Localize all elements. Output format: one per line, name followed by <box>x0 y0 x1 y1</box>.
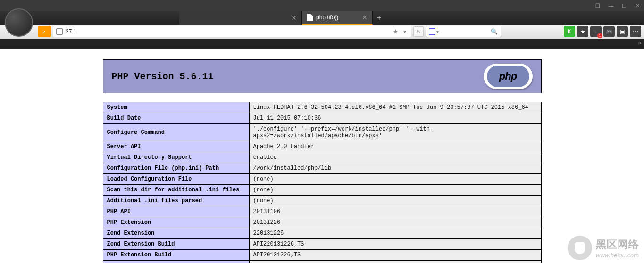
phpinfo-header: PHP Version 5.6.11 php <box>103 59 542 93</box>
phpinfo-row: Additional .ini files parsed(none) <box>103 196 541 206</box>
search-engine-icon <box>429 28 435 35</box>
globe-icon <box>56 28 63 35</box>
phpinfo-value: 20131226 <box>249 217 541 228</box>
phpinfo-value: (none) <box>249 174 541 185</box>
bookmark-star-icon[interactable]: ★ <box>392 28 399 35</box>
phpinfo-value: Jul 11 2015 07:10:36 <box>249 113 541 124</box>
phpinfo-key: Debug Build <box>103 261 249 263</box>
extension-k-button[interactable]: K <box>564 26 575 37</box>
phpinfo-row: PHP Extension20131226 <box>103 217 541 228</box>
phpinfo-row: Debug Buildno <box>103 261 541 263</box>
phpinfo-row: Virtual Directory Supportenabled <box>103 152 541 163</box>
phpinfo-key: Configure Command <box>103 124 249 141</box>
window-titlebar: ❐ — ☐ ✕ <box>0 0 644 11</box>
search-icon[interactable]: 🔍 <box>491 28 498 35</box>
phpinfo-row: SystemLinux REDHAT 2.6.32-504.23.4.el6.x… <box>103 102 541 113</box>
file-icon <box>307 14 313 21</box>
phpinfo-value: /work/installed/php/lib <box>249 163 541 174</box>
window-minimize-button[interactable]: — <box>606 2 616 9</box>
phpinfo-key: Zend Extension <box>103 228 249 239</box>
phpinfo-value: 20131106 <box>249 206 541 217</box>
phpinfo-row: Configure Command'./configure' '--prefix… <box>103 124 541 141</box>
tab-close-icon[interactable]: ✕ <box>362 14 368 21</box>
phpinfo-row: Loaded Configuration File(none) <box>103 174 541 185</box>
phpinfo-row: PHP Extension BuildAPI20131226,TS <box>103 250 541 261</box>
phpinfo-key: PHP Extension Build <box>103 250 249 261</box>
phpinfo-key: System <box>103 102 249 113</box>
phpinfo-row: Zend Extension220131226 <box>103 228 541 239</box>
phpinfo-row: Scan this dir for additional .ini files(… <box>103 185 541 196</box>
phpinfo-value: Linux REDHAT 2.6.32-504.23.4.el6.x86_64 … <box>249 102 541 113</box>
toolbar-right: K ★ ↓ 🎮 ▣ ⋯ <box>564 26 641 37</box>
browser-app-icon[interactable] <box>5 8 33 37</box>
phpinfo-key: PHP API <box>103 206 249 217</box>
phpinfo-row: Server APIApache 2.0 Handler <box>103 141 541 152</box>
phpinfo-value: Apache 2.0 Handler <box>249 141 541 152</box>
phpinfo-key: Configuration File (php.ini) Path <box>103 163 249 174</box>
phpinfo-value: (none) <box>249 196 541 206</box>
back-button[interactable]: ‹ <box>38 26 51 37</box>
overflow-icon[interactable]: » <box>638 40 641 46</box>
games-button[interactable]: 🎮 <box>603 26 615 37</box>
phpinfo-row: Build DateJul 11 2015 07:10:36 <box>103 113 541 124</box>
phpinfo-value: API20131226,TS <box>249 250 541 261</box>
downloads-button[interactable]: ↓ <box>590 26 602 37</box>
favorites-button[interactable]: ★ <box>577 26 588 37</box>
search-dropdown-icon[interactable]: ▾ <box>436 29 439 34</box>
more-button[interactable]: ⋯ <box>630 26 641 37</box>
dropdown-icon[interactable]: ▾ <box>401 28 408 35</box>
phpinfo-value: no <box>249 261 541 263</box>
media-button[interactable]: ▣ <box>617 26 628 37</box>
window-close-button[interactable]: ✕ <box>633 2 642 9</box>
phpinfo-value: './configure' '--prefix=/work/installed/… <box>249 124 541 141</box>
phpinfo-key: Server API <box>103 141 249 152</box>
phpinfo-key: Build Date <box>103 113 249 124</box>
php-logo: php <box>484 64 533 89</box>
window-maximize-button[interactable]: ☐ <box>619 2 629 9</box>
phpinfo-row: Zend Extension BuildAPI220131226,TS <box>103 239 541 250</box>
phpinfo-key: Zend Extension Build <box>103 239 249 250</box>
phpinfo-key: PHP Extension <box>103 217 249 228</box>
phpinfo-key: Scan this dir for additional .ini files <box>103 185 249 196</box>
phpinfo-value: API220131226,TS <box>249 239 541 250</box>
phpinfo-table: SystemLinux REDHAT 2.6.32-504.23.4.el6.x… <box>103 102 542 263</box>
new-tab-button[interactable]: + <box>373 11 386 25</box>
search-box[interactable]: ▾ 🔍 <box>426 26 501 37</box>
phpinfo-value: (none) <box>249 185 541 196</box>
php-version-title: PHP Version 5.6.11 <box>112 71 214 82</box>
address-text: 27.1 <box>66 28 389 35</box>
phpinfo-value: 220131226 <box>249 228 541 239</box>
phpinfo-key: Loaded Configuration File <box>103 174 249 185</box>
phpinfo-value: enabled <box>249 152 541 163</box>
address-bar[interactable]: 27.1 ★ ▾ <box>53 26 411 37</box>
toolbar: ‹ 27.1 ★ ▾ ↻ ▾ 🔍 K ★ ↓ 🎮 ▣ ⋯ <box>0 25 644 39</box>
tab-active[interactable]: phpinfo() ✕ <box>302 11 373 25</box>
tab-active-label: phpinfo() <box>316 14 338 21</box>
phpinfo-content: PHP Version 5.6.11 php SystemLinux REDHA… <box>103 59 542 263</box>
tab-bar: ✕ phpinfo() ✕ + <box>0 11 644 25</box>
reload-button[interactable]: ↻ <box>413 26 424 37</box>
window-restore-button[interactable]: ❐ <box>593 2 602 9</box>
tab-close-icon[interactable]: ✕ <box>291 14 297 22</box>
phpinfo-key: Virtual Directory Support <box>103 152 249 163</box>
page-viewport[interactable]: PHP Version 5.6.11 php SystemLinux REDHA… <box>0 49 644 263</box>
phpinfo-key: Additional .ini files parsed <box>103 196 249 206</box>
php-logo-text: php <box>487 66 529 87</box>
tab-inactive[interactable]: ✕ <box>179 11 302 25</box>
bookmarks-bar: » <box>0 39 644 49</box>
phpinfo-row: PHP API20131106 <box>103 206 541 217</box>
phpinfo-row: Configuration File (php.ini) Path/work/i… <box>103 163 541 174</box>
